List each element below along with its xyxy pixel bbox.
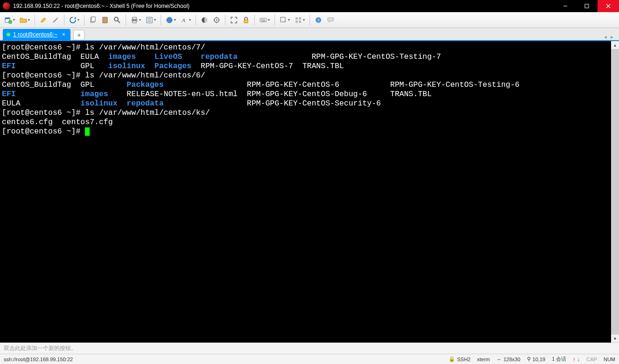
dir: isolinux <box>80 99 117 108</box>
separator <box>84 15 84 25</box>
svg-line-15 <box>118 21 120 23</box>
dir: repodata <box>127 99 163 108</box>
svg-rect-45 <box>299 21 301 23</box>
output: EULA <box>2 99 80 108</box>
dir: images <box>80 90 108 98</box>
dir: Packages <box>155 62 191 70</box>
tile-button[interactable]: ▾ <box>293 14 307 26</box>
prompt: [root@centos6 ~]# <box>2 108 85 117</box>
status-uri: ssh://root@192.168.99.150:22 <box>4 357 442 362</box>
tab-strip: 1 root@centos6:~ × + ◂ ▸ <box>0 28 619 41</box>
status-ssh: 🔒SSH2 <box>449 356 471 362</box>
status-dot-icon <box>7 33 10 36</box>
status-size: ↔128x30 <box>497 357 521 362</box>
dir: images <box>108 52 136 61</box>
app-icon <box>3 2 10 10</box>
status-num: NUM <box>604 357 615 362</box>
font-button[interactable]: A▾ <box>179 14 193 26</box>
separator <box>254 15 255 25</box>
print-button[interactable]: ▾ <box>129 14 143 26</box>
copy-button[interactable] <box>87 14 98 26</box>
fullscreen-button[interactable] <box>228 14 239 26</box>
dir: repodata <box>201 52 238 61</box>
properties-button[interactable]: ▾ <box>144 14 158 26</box>
separator <box>196 15 196 25</box>
arrow-down-icon: ↓ <box>577 357 580 362</box>
paste-button[interactable] <box>99 14 111 26</box>
svg-text:+: + <box>9 21 11 23</box>
svg-rect-13 <box>104 17 106 18</box>
output: RPM-GPG-KEY-CentOS-6 RPM-GPG-KEY-CentOS-… <box>164 80 520 89</box>
dir: EFI <box>2 62 16 70</box>
terminal[interactable]: [root@centos6 ~]# ls /var/www/html/cento… <box>0 41 611 343</box>
svg-point-9 <box>57 18 58 19</box>
help-button[interactable]: ? <box>313 14 324 26</box>
svg-rect-5 <box>5 18 10 19</box>
wand-button[interactable] <box>50 14 61 26</box>
arrow-up-icon: ↑ <box>573 357 576 362</box>
separator <box>225 15 225 25</box>
status-cap: CAP <box>586 357 597 362</box>
new-tab-button[interactable]: + <box>73 30 84 40</box>
status-traffic: ↑↓ <box>573 357 580 362</box>
svg-rect-34 <box>244 20 248 23</box>
lock-icon: 🔒 <box>449 356 455 362</box>
svg-rect-17 <box>133 17 136 19</box>
separator <box>161 15 161 25</box>
separator <box>64 15 64 25</box>
prompt: [root@centos6 ~]# <box>2 43 85 52</box>
status-bar: ssh://root@192.168.99.150:22 🔒SSH2 xterm… <box>0 354 619 364</box>
svg-text:?: ? <box>317 18 319 23</box>
output: RELEASE-NOTES-en-US.html RPM-GPG-KEY-Cen… <box>108 90 432 98</box>
svg-rect-18 <box>133 21 136 23</box>
web-button[interactable]: ▾ <box>164 14 178 26</box>
prompt: [root@centos6 ~]# <box>2 71 85 80</box>
scroll-up-button[interactable]: ▲ <box>611 41 619 49</box>
open-session-button[interactable]: ▾ <box>18 14 32 26</box>
svg-text:A: A <box>182 17 185 23</box>
session-tab[interactable]: 1 root@centos6:~ × <box>3 29 70 40</box>
target-button[interactable] <box>211 14 222 26</box>
svg-rect-42 <box>295 17 298 20</box>
new-session-button[interactable]: +▾ <box>3 14 17 26</box>
dir: isolinux <box>108 62 145 70</box>
highlight-button[interactable] <box>38 14 49 26</box>
find-button[interactable] <box>112 14 123 26</box>
dir: LiveOS <box>155 52 182 61</box>
color-scheme-button[interactable] <box>199 14 210 26</box>
tab-prev-button[interactable]: ◂ <box>604 34 607 40</box>
tab-nav: ◂ ▸ <box>604 34 616 40</box>
new-window-button[interactable]: +▾ <box>278 14 292 26</box>
output: CentOS_BuildTag EULA <box>2 52 108 61</box>
scroll-down-button[interactable]: ▼ <box>611 335 619 343</box>
command: ls /var/www/html/centos/ks/ <box>85 108 210 117</box>
maximize-button[interactable] <box>576 0 598 12</box>
status-sessions: 1 会话 <box>552 356 566 363</box>
output: GPL <box>16 62 108 70</box>
tab-next-button[interactable]: ▸ <box>611 34 613 40</box>
reconnect-button[interactable]: ▾ <box>67 14 81 26</box>
svg-rect-43 <box>299 17 301 20</box>
cursor <box>85 127 90 136</box>
svg-rect-37 <box>262 19 263 20</box>
close-button[interactable] <box>598 0 619 12</box>
chat-button[interactable] <box>325 14 336 26</box>
keyboard-button[interactable]: ▾ <box>258 14 272 26</box>
status-term: xterm <box>477 357 490 362</box>
scroll-thumb[interactable] <box>611 49 619 335</box>
cursor-pos-icon: ⚲ <box>527 356 531 362</box>
scroll-track[interactable] <box>611 49 619 335</box>
command: ls /var/www/html/centos/7/ <box>85 43 205 52</box>
separator <box>35 15 35 25</box>
svg-text:+: + <box>284 19 287 23</box>
scrollbar[interactable]: ▲ ▼ <box>611 41 619 343</box>
toolbar: +▾ ▾ ▾ ▾ ▾ ▾ A▾ ▾ +▾ ▾ ? <box>0 12 619 28</box>
output: RPM-GPG-KEY-CentOS-7 TRANS.TBL <box>191 62 344 70</box>
command: ls /var/www/html/centos/6/ <box>85 71 205 80</box>
dir: EFI <box>2 90 16 98</box>
lock-button[interactable] <box>240 14 252 26</box>
quick-launch-bar[interactable]: 双击此处添加一个新的按钮。 <box>0 343 619 354</box>
minimize-button[interactable] <box>555 0 576 12</box>
tab-close-button[interactable]: × <box>60 31 67 38</box>
svg-rect-36 <box>261 19 262 20</box>
